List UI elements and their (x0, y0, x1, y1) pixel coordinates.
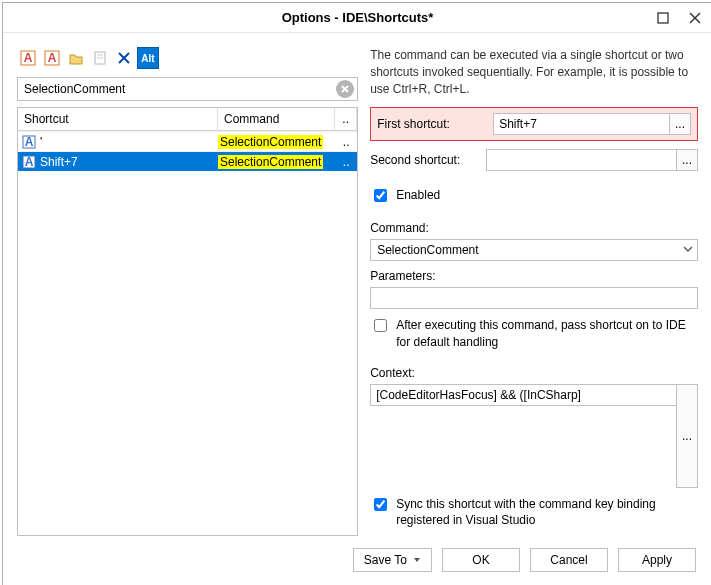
alt-key-icon[interactable]: Alt (137, 47, 159, 69)
svg-text:A: A (25, 135, 34, 149)
second-shortcut-picker-button[interactable]: ... (676, 149, 698, 171)
enabled-label: Enabled (396, 187, 440, 203)
row-menu[interactable]: .. (335, 155, 357, 169)
second-shortcut-row: Second shortcut: ... (370, 149, 698, 171)
apply-button[interactable]: Apply (618, 548, 696, 572)
window-controls (652, 7, 706, 29)
command-combo-value: SelectionComment (377, 243, 478, 257)
command-combo[interactable]: SelectionComment (370, 239, 698, 261)
header-menu[interactable]: .. (335, 108, 357, 130)
context-input[interactable] (370, 384, 676, 406)
maximize-icon[interactable] (652, 7, 674, 29)
enabled-row: Enabled (370, 187, 698, 205)
left-panel: A A Alt (17, 47, 358, 536)
row-command: SelectionComment (218, 155, 323, 169)
folder-open-icon[interactable] (65, 47, 87, 69)
pass-on-label: After executing this command, pass short… (396, 317, 698, 349)
svg-rect-0 (658, 13, 668, 23)
delete-icon[interactable] (113, 47, 135, 69)
font-larger-icon[interactable]: A (17, 47, 39, 69)
page-icon[interactable] (89, 47, 111, 69)
parameters-input[interactable] (370, 287, 698, 309)
chevron-down-icon (683, 243, 693, 257)
toolbar: A A Alt (17, 47, 358, 69)
svg-text:A: A (25, 155, 34, 169)
titlebar: Options - IDE\Shortcuts* (3, 3, 711, 33)
svg-text:A: A (48, 51, 57, 65)
header-command[interactable]: Command (218, 108, 335, 130)
sync-label: Sync this shortcut with the command key … (396, 496, 698, 528)
description-text: The command can be executed via a single… (370, 47, 698, 97)
second-shortcut-label: Second shortcut: (370, 153, 478, 167)
chevron-down-icon (413, 553, 421, 567)
close-icon[interactable] (684, 7, 706, 29)
save-to-button[interactable]: Save To (353, 548, 432, 572)
enabled-checkbox[interactable] (374, 189, 387, 202)
parameters-label: Parameters: (370, 269, 698, 283)
table-row[interactable]: A Shift+7 SelectionComment .. (18, 151, 357, 171)
row-shortcut: ' (40, 135, 42, 149)
options-window: Options - IDE\Shortcuts* A A (2, 2, 711, 585)
table-row[interactable]: A ' SelectionComment .. (18, 131, 357, 151)
footer: Save To OK Cancel Apply (3, 536, 711, 585)
pass-on-checkbox[interactable] (374, 319, 387, 332)
right-panel: The command can be executed via a single… (370, 47, 698, 536)
context-picker-button[interactable]: ... (676, 384, 698, 488)
grid-body: A ' SelectionComment .. A Shift+7 Select… (18, 131, 357, 535)
window-title: Options - IDE\Shortcuts* (282, 10, 434, 25)
search-input[interactable] (17, 77, 358, 101)
sync-checkbox[interactable] (374, 498, 387, 511)
row-command: SelectionComment (218, 135, 323, 149)
row-shortcut: Shift+7 (40, 155, 78, 169)
shortcut-row-icon: A (22, 155, 36, 169)
cancel-button[interactable]: Cancel (530, 548, 608, 572)
command-label: Command: (370, 221, 698, 235)
pass-on-row: After executing this command, pass short… (370, 317, 698, 349)
search-box (17, 77, 358, 101)
first-shortcut-row: First shortcut: ... (370, 107, 698, 141)
first-shortcut-picker-button[interactable]: ... (669, 113, 691, 135)
first-shortcut-input[interactable] (493, 113, 669, 135)
row-menu[interactable]: .. (335, 135, 357, 149)
svg-text:A: A (24, 51, 33, 65)
context-label: Context: (370, 366, 698, 380)
header-shortcut[interactable]: Shortcut (18, 108, 218, 130)
ok-button[interactable]: OK (442, 548, 520, 572)
second-shortcut-input[interactable] (486, 149, 676, 171)
first-shortcut-label: First shortcut: (377, 117, 485, 131)
shortcut-row-icon: A (22, 135, 36, 149)
font-smaller-icon[interactable]: A (41, 47, 63, 69)
sync-row: Sync this shortcut with the command key … (370, 496, 698, 528)
shortcut-grid: Shortcut Command .. A ' SelectionComment… (17, 107, 358, 536)
grid-header: Shortcut Command .. (18, 108, 357, 131)
